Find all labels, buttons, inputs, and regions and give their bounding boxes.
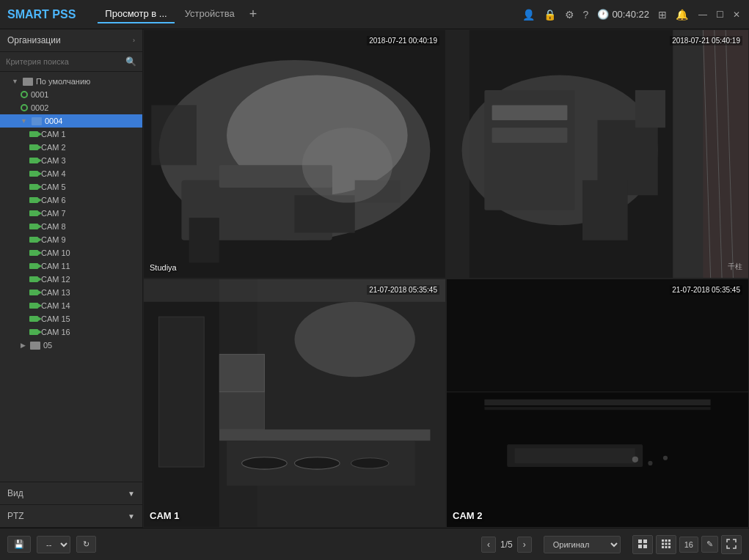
tree-label-cam2: CAM 2 [41, 143, 66, 152]
tab-view[interactable]: Просмотр в ... [98, 5, 174, 23]
cam-timestamp-bl: 21-07-2018 05:35:45 [367, 285, 439, 295]
tree-node-cam10[interactable]: CAM 10 [0, 246, 142, 259]
tree-node-cam1[interactable]: CAM 1 [0, 128, 142, 141]
grid-view-icon[interactable]: ⊞ [658, 9, 667, 21]
tree-node-0004[interactable]: ▼ 0004 [0, 114, 142, 128]
save-button[interactable]: 💾 [7, 536, 31, 553]
tree-node-cam15[interactable]: CAM 15 [0, 312, 142, 325]
cam-icon-4 [29, 171, 38, 177]
tree-label-cam8: CAM 8 [41, 222, 66, 231]
tree-node-cam14[interactable]: CAM 14 [0, 299, 142, 312]
svg-rect-49 [643, 539, 647, 543]
svg-rect-39 [484, 399, 710, 405]
tree-node-cam8[interactable]: CAM 8 [0, 220, 142, 233]
quality-select[interactable]: Оригинал Высокое Стандартное [544, 536, 621, 553]
device-icon-0002 [21, 104, 28, 111]
tree-label-0002: 0002 [31, 103, 48, 112]
cam-icon-6 [29, 197, 38, 203]
source-select[interactable]: -- [37, 536, 70, 553]
video-cell-bottom-left[interactable]: 21-07-2018 05:35:45 CAM 1 [143, 279, 446, 528]
tree-node-cam9[interactable]: CAM 9 [0, 233, 142, 246]
folder-icon-default [23, 78, 33, 86]
minimize-button[interactable]: — [697, 10, 709, 20]
page-next-button[interactable]: › [517, 537, 532, 553]
svg-point-9 [302, 128, 392, 202]
video-cell-top-left[interactable]: 2018-07-21 00:40:19 Studiya [143, 29, 446, 279]
page-prev-button[interactable]: ‹ [481, 537, 496, 553]
gear-icon[interactable]: ⚙ [565, 9, 574, 21]
cam-icon-16 [29, 329, 38, 335]
organizations-arrow: › [133, 37, 135, 44]
restore-button[interactable]: ☐ [715, 10, 726, 20]
tree-label-cam1: CAM 1 [41, 130, 66, 139]
main-layout: Организации › 🔍 ▼ По умолчанию 0001 0002 [0, 29, 749, 528]
tree-label-05: 05 [43, 341, 52, 350]
search-input[interactable] [6, 57, 121, 66]
fullscreen-button[interactable] [721, 535, 742, 554]
cam-bg-2 [447, 30, 748, 278]
video-grid: 2018-07-21 00:40:19 Studiya [143, 29, 749, 528]
tree-node-cam12[interactable]: CAM 12 [0, 273, 142, 286]
current-time: 00:40:22 [612, 9, 649, 20]
tree-label-cam11: CAM 11 [41, 262, 70, 270]
tree-label-0004: 0004 [45, 117, 62, 125]
tree-node-05[interactable]: ▶ 05 [0, 339, 142, 352]
sidebar-bottom: Вид ▼ PTZ ▼ [0, 482, 142, 528]
search-icon[interactable]: 🔍 [125, 56, 136, 67]
tree-node-cam11[interactable]: CAM 11 [0, 259, 142, 273]
tree-node-cam13[interactable]: CAM 13 [0, 286, 142, 299]
tree-node-cam3[interactable]: CAM 3 CAM 3 [0, 154, 142, 167]
svg-rect-16 [492, 128, 568, 142]
tree-node-cam6[interactable]: CAM 6 [0, 194, 142, 207]
svg-rect-52 [662, 539, 664, 542]
cam-icon-11 [29, 263, 38, 269]
tree-node-cam5[interactable]: CAM 5 [0, 180, 142, 194]
tree-label-cam5: CAM 5 [41, 183, 66, 191]
app-logo: SMART PSS [7, 8, 76, 21]
tree-node-cam7[interactable]: CAM 7 [0, 207, 142, 220]
svg-rect-5 [189, 218, 219, 262]
svg-rect-40 [484, 407, 710, 410]
tree-node-cam2[interactable]: CAM 2 [0, 141, 142, 154]
tree-arrow-05: ▶ [21, 342, 26, 349]
video-cell-bottom-right[interactable]: 21-07-2018 05:35:45 CAM 2 [446, 279, 749, 528]
refresh-button[interactable]: ↻ [76, 536, 96, 553]
cam-icon-15 [29, 316, 38, 322]
svg-rect-56 [665, 542, 667, 545]
close-button[interactable]: ✕ [731, 10, 742, 20]
svg-rect-48 [638, 539, 642, 543]
cam-corner-tr: 千柱 [728, 262, 742, 272]
add-tab-button[interactable]: + [245, 7, 262, 22]
tree-node-cam4[interactable]: CAM 4 [0, 167, 142, 180]
clock-icon: 🕐 [597, 9, 609, 20]
svg-rect-27 [219, 430, 431, 441]
help-icon[interactable]: ? [583, 9, 589, 21]
grid-2x2-button[interactable] [632, 535, 653, 554]
tree-node-default[interactable]: ▼ По умолчанию [0, 75, 142, 88]
grid-16-button[interactable]: 16 [679, 537, 698, 553]
svg-point-29 [242, 457, 288, 469]
tree-node-cam16[interactable]: CAM 16 [0, 325, 142, 339]
view-panel[interactable]: Вид ▼ [0, 482, 142, 505]
grid-3x3-button[interactable] [656, 535, 676, 554]
cam-timestamp-tl: 2018-07-21 00:40:19 [367, 36, 439, 45]
svg-rect-42 [514, 448, 635, 463]
tree-node-0001[interactable]: 0001 [0, 88, 142, 101]
bottom-toolbar: 💾 -- ↻ ‹ 1/5 › Оригинал Высокое Стандарт… [0, 528, 749, 560]
svg-rect-55 [662, 542, 664, 545]
svg-rect-33 [219, 354, 265, 391]
svg-rect-8 [151, 105, 197, 165]
svg-point-45 [663, 456, 668, 460]
tab-devices[interactable]: Устройства [178, 5, 242, 23]
video-cell-top-right[interactable]: 2018-07-21 05:40:19 千柱 [446, 29, 749, 279]
tree-label-cam10: CAM 10 [41, 248, 70, 257]
svg-rect-57 [668, 542, 671, 545]
ptz-panel[interactable]: PTZ ▼ [0, 505, 142, 528]
edit-layout-button[interactable]: ✎ [701, 536, 718, 553]
tree-node-0002[interactable]: 0002 [0, 101, 142, 114]
notification-icon[interactable]: 🔔 [676, 9, 688, 21]
tree-label-cam14: CAM 14 [41, 301, 70, 310]
lock-icon[interactable]: 🔒 [544, 9, 556, 21]
user-icon[interactable]: 👤 [522, 9, 535, 21]
sidebar: Организации › 🔍 ▼ По умолчанию 0001 0002 [0, 29, 143, 528]
